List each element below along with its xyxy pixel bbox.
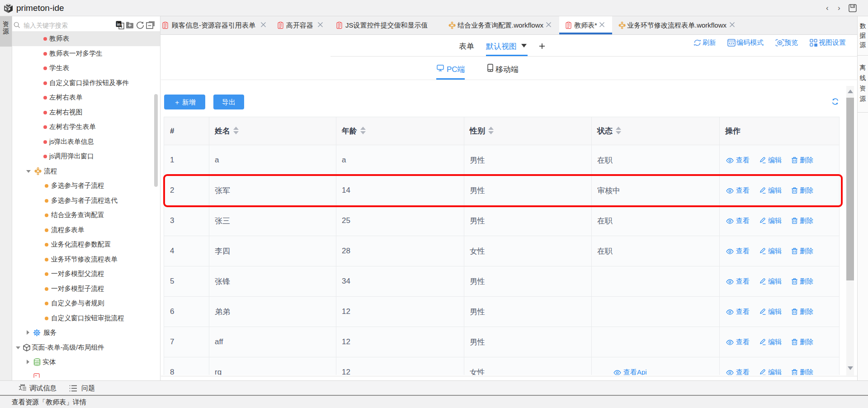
- svg-text:in: in: [117, 22, 121, 27]
